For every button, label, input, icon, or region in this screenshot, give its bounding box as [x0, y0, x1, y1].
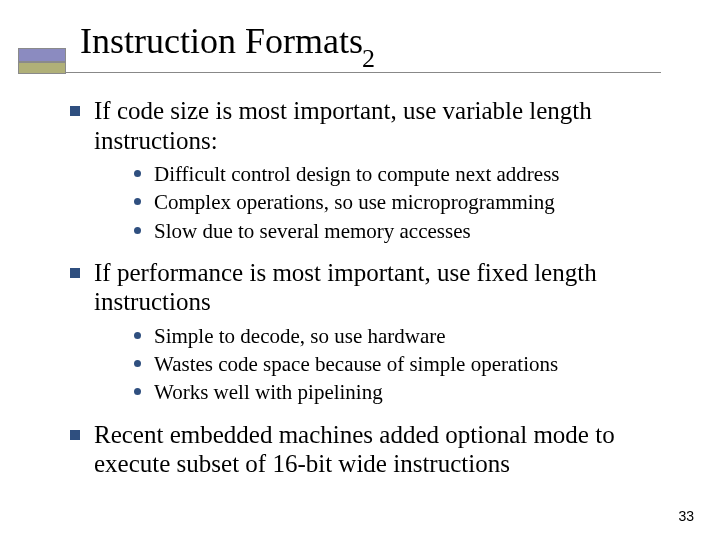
sub-bullet-item: Difficult control design to compute next…: [134, 161, 670, 187]
sub-bullet-text: Slow due to several memory accesses: [154, 218, 471, 244]
title-underline: [66, 72, 661, 73]
sub-bullet-text: Complex operations, so use microprogramm…: [154, 189, 555, 215]
page-number: 33: [678, 508, 694, 524]
content-area: If code size is most important, use vari…: [70, 96, 670, 483]
square-bullet-icon: [70, 106, 80, 116]
sub-bullet-text: Wastes code space because of simple oper…: [154, 351, 558, 377]
sub-bullet-item: Works well with pipelining: [134, 379, 670, 405]
slide-title: Instruction Formats2: [80, 20, 376, 68]
sub-bullet-text: Simple to decode, so use hardware: [154, 323, 446, 349]
sub-bullet-text: Difficult control design to compute next…: [154, 161, 560, 187]
bullet-item: Recent embedded machines added optional …: [70, 420, 670, 479]
round-bullet-icon: [134, 332, 141, 339]
corner-decoration: [18, 48, 66, 74]
square-bullet-icon: [70, 430, 80, 440]
sub-bullet-item: Wastes code space because of simple oper…: [134, 351, 670, 377]
bullet-text: If performance is most important, use fi…: [94, 258, 670, 317]
round-bullet-icon: [134, 198, 141, 205]
sub-bullet-group: Difficult control design to compute next…: [134, 161, 670, 244]
corner-top: [18, 48, 66, 62]
round-bullet-icon: [134, 227, 141, 234]
title-text: Instruction Formats: [80, 21, 363, 61]
sub-bullet-item: Slow due to several memory accesses: [134, 218, 670, 244]
bullet-text: If code size is most important, use vari…: [94, 96, 670, 155]
sub-bullet-group: Simple to decode, so use hardware Wastes…: [134, 323, 670, 406]
sub-bullet-item: Simple to decode, so use hardware: [134, 323, 670, 349]
round-bullet-icon: [134, 360, 141, 367]
round-bullet-icon: [134, 388, 141, 395]
sub-bullet-text: Works well with pipelining: [154, 379, 383, 405]
title-subscript: 2: [362, 44, 375, 73]
sub-bullet-item: Complex operations, so use microprogramm…: [134, 189, 670, 215]
bullet-item: If performance is most important, use fi…: [70, 258, 670, 317]
square-bullet-icon: [70, 268, 80, 278]
corner-bottom: [18, 62, 66, 74]
bullet-text: Recent embedded machines added optional …: [94, 420, 670, 479]
round-bullet-icon: [134, 170, 141, 177]
slide: Instruction Formats2 If code size is mos…: [0, 0, 720, 540]
bullet-item: If code size is most important, use vari…: [70, 96, 670, 155]
